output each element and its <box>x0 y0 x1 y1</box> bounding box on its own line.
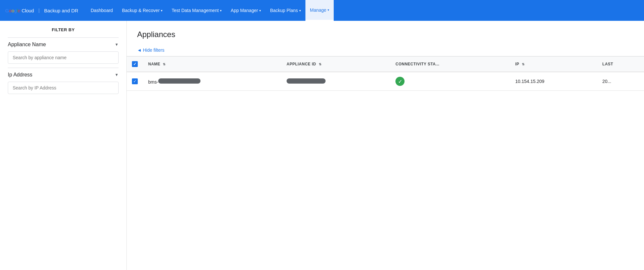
ip-address-input[interactable] <box>8 82 119 94</box>
nav-item-backup-recover[interactable]: Backup & Recover ▾ <box>117 0 167 21</box>
chevron-down-icon: ▾ <box>328 8 329 12</box>
col-appliance-id[interactable]: APPLIANCE ID ⇅ <box>281 57 390 72</box>
sort-icon: ⇅ <box>163 62 166 66</box>
chevron-down-icon: ▾ <box>299 9 301 12</box>
nav-item-backup-plans[interactable]: Backup Plans ▾ <box>265 0 305 21</box>
sort-icon: ⇅ <box>522 62 525 66</box>
divider <box>8 68 119 68</box>
ip-address-filter: Ip Address ▼ <box>8 72 119 94</box>
top-navigation: Google Cloud | Backup and DR Dashboard B… <box>0 0 644 21</box>
page-title: Appliances <box>137 30 634 39</box>
col-name[interactable]: NAME ⇅ <box>143 57 281 72</box>
redacted-id <box>287 78 326 84</box>
google-cloud-logo: Google Cloud <box>5 8 34 13</box>
filter-sidebar: FILTER BY Appliance Name ▼ Ip Address ▼ <box>0 21 127 270</box>
row-name: bms- <box>143 72 281 91</box>
chevron-down-icon: ▾ <box>220 9 222 12</box>
appliance-name-filter: Appliance Name ▼ <box>8 42 119 64</box>
row-checkbox-cell[interactable]: ✓ <box>127 72 143 91</box>
nav-items-container: Dashboard Backup & Recover ▾ Test Data M… <box>86 0 644 21</box>
nav-item-test-data[interactable]: Test Data Management ▾ <box>167 0 226 21</box>
hide-filters-link[interactable]: ◄ Hide filters <box>137 47 164 53</box>
table-header: ✓ NAME ⇅ APPLIANCE ID ⇅ CONNECTIVITY STA… <box>127 57 644 72</box>
col-ip[interactable]: IP ⇅ <box>510 57 597 72</box>
row-connectivity: ✓ <box>390 72 510 91</box>
sort-icon: ⇅ <box>319 62 322 66</box>
chevron-down-icon: ▼ <box>115 42 119 47</box>
ip-address-label[interactable]: Ip Address ▼ <box>8 72 119 78</box>
row-appliance-id <box>281 72 390 91</box>
chevron-down-icon: ▾ <box>259 9 261 12</box>
filter-by-title: FILTER BY <box>8 27 119 32</box>
select-all-checkbox[interactable]: ✓ <box>132 61 138 67</box>
redacted-name <box>158 78 200 84</box>
hide-filters-bar: ◄ Hide filters <box>127 44 644 56</box>
connectivity-ok-icon: ✓ <box>395 77 405 86</box>
row-ip: 10.154.15.209 <box>510 72 597 91</box>
appliance-name-input[interactable] <box>8 51 119 64</box>
page-header: Appliances <box>127 21 644 44</box>
chevron-down-icon: ▼ <box>115 73 119 77</box>
main-content: Appliances ◄ Hide filters ✓ NAME ⇅ <box>127 21 644 270</box>
table-header-row: ✓ NAME ⇅ APPLIANCE ID ⇅ CONNECTIVITY STA… <box>127 57 644 72</box>
nav-item-dashboard[interactable]: Dashboard <box>86 0 118 21</box>
page-layout: FILTER BY Appliance Name ▼ Ip Address ▼ … <box>0 21 644 270</box>
select-all-header[interactable]: ✓ <box>127 57 143 72</box>
table-body: ✓ bms- ✓ 10.154.15.209 20.. <box>127 72 644 91</box>
appliance-name-label[interactable]: Appliance Name ▼ <box>8 42 119 47</box>
divider <box>8 37 119 38</box>
table-row: ✓ bms- ✓ 10.154.15.209 20.. <box>127 72 644 91</box>
nav-item-app-manager[interactable]: App Manager ▾ <box>226 0 265 21</box>
row-checkbox[interactable]: ✓ <box>132 78 138 84</box>
appliances-table: ✓ NAME ⇅ APPLIANCE ID ⇅ CONNECTIVITY STA… <box>127 56 644 91</box>
brand-area: Google Cloud | Backup and DR <box>5 8 78 13</box>
nav-item-manage[interactable]: Manage ▾ <box>305 0 334 21</box>
col-last: LAST <box>597 57 644 72</box>
col-connectivity: CONNECTIVITY STA... <box>390 57 510 72</box>
chevron-down-icon: ▾ <box>161 9 162 12</box>
appliances-table-container: ✓ NAME ⇅ APPLIANCE ID ⇅ CONNECTIVITY STA… <box>127 56 644 91</box>
row-last: 20... <box>597 72 644 91</box>
product-name: Backup and DR <box>44 8 78 13</box>
